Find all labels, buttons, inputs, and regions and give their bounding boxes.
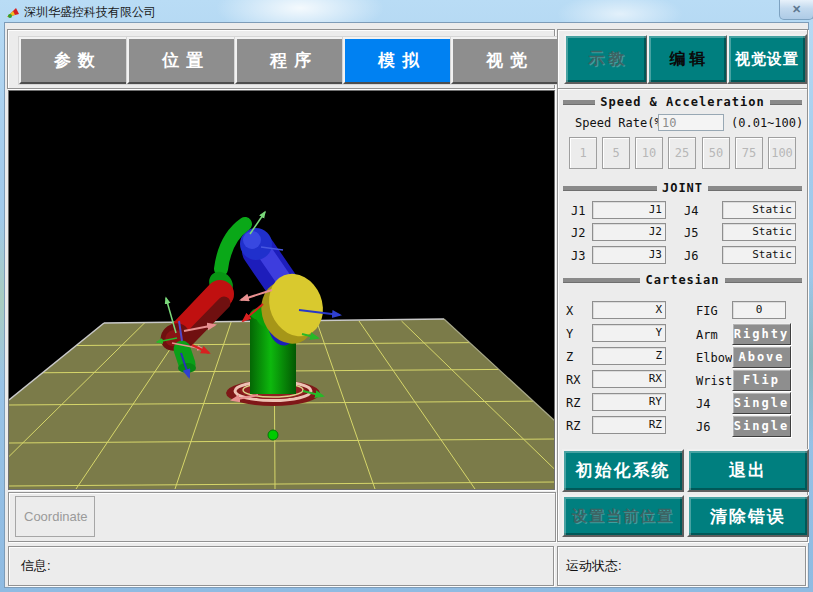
edit-button-label: 编辑 <box>670 49 710 70</box>
robot-3d-viewport[interactable] <box>8 90 555 490</box>
rx-field[interactable]: RX <box>592 370 666 388</box>
j6-field[interactable]: Static <box>722 246 796 264</box>
elbow-above-button[interactable]: Above <box>732 346 791 368</box>
cartesian-section-header: Cartesian <box>563 273 802 287</box>
tab-simulation-label: 模拟 <box>378 49 426 72</box>
tab-vision[interactable]: 视觉 <box>451 37 562 84</box>
fig-field[interactable]: 0 <box>732 301 786 319</box>
vision-settings-button-label: 视觉设置 <box>735 50 799 69</box>
coordinate-panel: Coordinate <box>8 492 556 542</box>
joint-section-title: JOINT <box>662 181 703 195</box>
joint-section-header: JOINT <box>563 181 802 195</box>
window-title: 深圳华盛控科技有限公司 <box>24 4 156 21</box>
j6-pose-label: J6 <box>696 420 710 434</box>
speed-section-title: Speed & Acceleration <box>600 95 765 109</box>
header-bar <box>770 100 802 105</box>
j1-label: J1 <box>571 204 585 218</box>
rz-label: RZ <box>566 419 580 433</box>
j6-label: J6 <box>684 249 698 263</box>
rz-field[interactable]: RZ <box>592 416 666 434</box>
teach-button-label: 示教 <box>588 49 628 70</box>
init-system-label: 初始化系统 <box>576 459 671 482</box>
elbow-label: Elbow <box>696 351 732 365</box>
tab-position[interactable]: 位置 <box>127 37 238 84</box>
j2-label: J2 <box>571 226 585 240</box>
info-panel: 信息: <box>8 546 554 586</box>
rx-label: RX <box>566 373 580 387</box>
ry-field[interactable]: RY <box>592 393 666 411</box>
control-panel: Speed & Acceleration Speed Rate(%) (0.01… <box>557 88 808 542</box>
speed-preset-1[interactable]: 1 <box>569 137 597 169</box>
tab-position-label: 位置 <box>162 49 210 72</box>
z-field[interactable]: Z <box>592 347 666 365</box>
arm-label: Arm <box>696 328 718 342</box>
motion-status-label: 运动状态: <box>566 557 622 575</box>
header-bar <box>563 278 640 283</box>
ry-label: RZ <box>566 396 580 410</box>
teach-button[interactable]: 示教 <box>564 34 648 84</box>
j4-field[interactable]: Static <box>722 201 796 219</box>
j4-label: J4 <box>684 204 698 218</box>
app-icon <box>6 4 20 18</box>
speed-preset-50[interactable]: 50 <box>702 137 730 169</box>
origin-marker <box>268 430 278 440</box>
j2-field[interactable]: J2 <box>592 223 666 241</box>
header-bar <box>725 278 802 283</box>
coordinate-box: Coordinate <box>15 496 95 537</box>
speed-rate-label: Speed Rate(%) <box>575 116 669 130</box>
x-label: X <box>566 304 573 318</box>
init-system-button[interactable]: 初始化系统 <box>562 449 684 492</box>
mode-panel: 示教 编辑 视觉设置 <box>557 29 808 89</box>
x-field[interactable]: X <box>592 301 666 319</box>
j3-field[interactable]: J3 <box>592 246 666 264</box>
speed-rate-input[interactable] <box>658 114 724 131</box>
speed-preset-25[interactable]: 25 <box>668 137 696 169</box>
tab-program[interactable]: 程序 <box>235 37 346 84</box>
tab-parameters[interactable]: 参数 <box>19 37 130 84</box>
titlebar: 深圳华盛控科技有限公司 ✕ <box>0 0 813 22</box>
j4-single-button[interactable]: Single <box>732 392 791 414</box>
z-label: Z <box>566 350 573 364</box>
exit-label: 退出 <box>729 459 767 482</box>
exit-button[interactable]: 退出 <box>687 449 809 492</box>
tab-program-label: 程序 <box>270 49 318 72</box>
arm-righty-button[interactable]: Righty <box>732 323 791 345</box>
set-current-position-button[interactable]: 设置当前位置 <box>562 495 684 537</box>
tab-vision-label: 视觉 <box>486 49 534 72</box>
j1-field[interactable]: J1 <box>592 201 666 219</box>
header-bar <box>708 186 802 191</box>
y-label: Y <box>566 327 573 341</box>
speed-preset-10[interactable]: 10 <box>635 137 663 169</box>
fig-label: FIG <box>696 304 718 318</box>
j5-field[interactable]: Static <box>722 223 796 241</box>
j4-pose-label: J4 <box>696 397 710 411</box>
j3-label: J3 <box>571 249 585 263</box>
j5-label: J5 <box>684 226 698 240</box>
wrist-flip-button[interactable]: Flip <box>732 369 791 391</box>
j6-single-button[interactable]: Single <box>732 415 791 437</box>
clear-error-button[interactable]: 清除错误 <box>687 495 809 537</box>
speed-section-header: Speed & Acceleration <box>563 95 802 109</box>
robot-3d-scene <box>9 91 554 489</box>
edit-button[interactable]: 编辑 <box>647 34 728 84</box>
header-bar <box>563 100 595 105</box>
set-current-position-label: 设置当前位置 <box>572 507 674 526</box>
tab-panel: 参数 位置 程序 模拟 视觉 <box>7 29 555 89</box>
speed-range-hint: (0.01~100) <box>731 116 803 130</box>
clear-error-label: 清除错误 <box>710 505 786 528</box>
close-button[interactable]: ✕ <box>779 0 813 20</box>
tab-simulation[interactable]: 模拟 <box>343 37 454 84</box>
y-field[interactable]: Y <box>592 324 666 342</box>
wrist-label: Wrist <box>696 374 732 388</box>
motion-status-panel: 运动状态: <box>557 546 806 586</box>
tab-parameters-label: 参数 <box>54 49 102 72</box>
speed-preset-100[interactable]: 100 <box>768 137 796 169</box>
info-label: 信息: <box>21 557 51 575</box>
header-bar <box>563 186 657 191</box>
cartesian-section-title: Cartesian <box>645 273 719 287</box>
speed-preset-5[interactable]: 5 <box>602 137 630 169</box>
vision-settings-button[interactable]: 视觉设置 <box>727 34 807 84</box>
speed-preset-75[interactable]: 75 <box>735 137 763 169</box>
